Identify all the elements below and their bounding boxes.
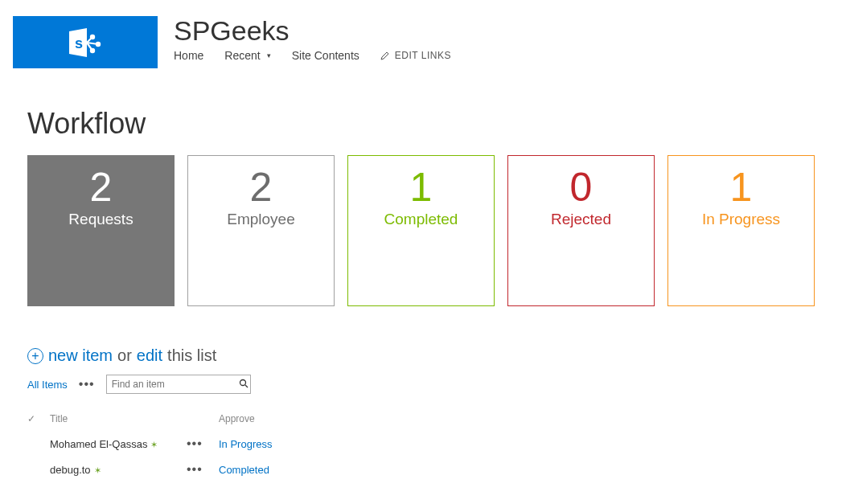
this-list-text: this list xyxy=(167,346,216,365)
col-menu xyxy=(187,408,219,432)
nav-home[interactable]: Home xyxy=(174,49,203,62)
table-row[interactable]: Mohamed El-Qassas✶•••In Progress xyxy=(27,432,285,458)
tile-in-progress[interactable]: 1In Progress xyxy=(667,155,815,306)
edit-link[interactable]: edit xyxy=(137,346,162,365)
ellipsis-icon: ••• xyxy=(187,436,203,450)
tile-employee[interactable]: 2Employee xyxy=(187,155,335,306)
nav-recent[interactable]: Recent ▾ xyxy=(224,49,270,62)
col-approve[interactable]: Approve xyxy=(219,408,285,432)
svg-point-8 xyxy=(240,379,245,385)
page-title: Workflow xyxy=(27,107,815,141)
new-item-link[interactable]: new item xyxy=(48,346,113,365)
tile-label: Rejected xyxy=(551,211,611,228)
nav-edit-links[interactable]: EDIT LINKS xyxy=(380,50,451,61)
svg-text:s: s xyxy=(75,35,83,51)
search-input[interactable] xyxy=(107,379,237,390)
row-check[interactable] xyxy=(27,458,50,484)
search-icon[interactable] xyxy=(237,379,250,391)
tile-requests[interactable]: 2Requests xyxy=(27,155,175,306)
tile-label: Completed xyxy=(384,211,458,228)
tile-label: Requests xyxy=(68,211,133,228)
plus-circle-icon[interactable]: + xyxy=(27,348,43,364)
chevron-down-icon: ▾ xyxy=(267,51,271,59)
svg-line-9 xyxy=(245,385,248,387)
pencil-icon xyxy=(380,51,390,60)
new-badge-icon: ✶ xyxy=(150,440,158,449)
list-table: ✓ Title Approve Mohamed El-Qassas✶•••In … xyxy=(27,408,285,484)
col-check[interactable]: ✓ xyxy=(27,408,50,432)
table-row[interactable]: debug.to✶•••Completed xyxy=(27,458,285,484)
row-menu[interactable]: ••• xyxy=(187,458,219,484)
tile-label: In Progress xyxy=(702,211,780,228)
views-more-icon[interactable]: ••• xyxy=(79,378,95,391)
or-text: or xyxy=(117,346,132,365)
tile-completed[interactable]: 1Completed xyxy=(347,155,495,306)
row-menu[interactable]: ••• xyxy=(187,432,219,458)
new-badge-icon: ✶ xyxy=(94,465,101,475)
view-all-items[interactable]: All Items xyxy=(27,379,68,391)
ellipsis-icon: ••• xyxy=(187,462,203,476)
row-title[interactable]: debug.to✶ xyxy=(50,458,187,484)
tile-count: 1 xyxy=(410,167,433,207)
tile-rejected[interactable]: 0Rejected xyxy=(507,155,655,306)
sharepoint-logo-icon: s xyxy=(66,27,105,59)
row-title[interactable]: Mohamed El-Qassas✶ xyxy=(50,432,187,458)
tiles-row: 2Requests2Employee1Completed0Rejected1In… xyxy=(27,155,815,306)
new-item-toolbar: + new item or edit this list xyxy=(27,346,815,365)
nav-edit-links-label: EDIT LINKS xyxy=(395,50,451,61)
nav-recent-label: Recent xyxy=(224,49,260,62)
col-title[interactable]: Title xyxy=(50,408,187,432)
sharepoint-logo[interactable]: s xyxy=(13,16,158,68)
search-box xyxy=(106,375,251,394)
tile-count: 2 xyxy=(90,167,113,207)
svg-line-5 xyxy=(87,37,92,43)
row-approve-link[interactable]: In Progress xyxy=(219,438,272,450)
top-nav: Home Recent ▾ Site Contents EDIT LINKS xyxy=(174,49,451,62)
tile-count: 2 xyxy=(250,167,273,207)
row-check[interactable] xyxy=(27,432,50,458)
tile-label: Employee xyxy=(227,211,295,228)
row-approve-link[interactable]: Completed xyxy=(219,464,269,476)
tile-count: 1 xyxy=(730,167,753,207)
site-title[interactable]: SPGeeks xyxy=(174,16,451,46)
tile-count: 0 xyxy=(570,167,593,207)
nav-site-contents[interactable]: Site Contents xyxy=(292,49,359,62)
